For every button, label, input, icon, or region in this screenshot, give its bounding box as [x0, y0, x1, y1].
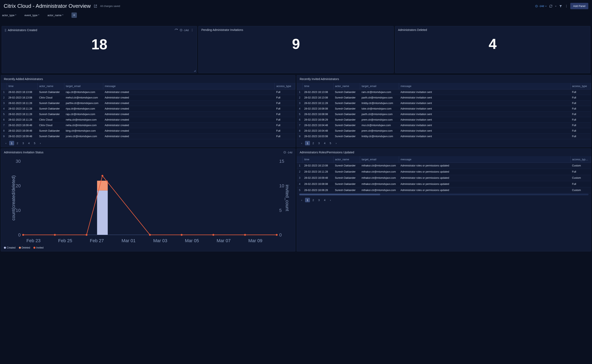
col-header[interactable]: access_type_before: [571, 156, 591, 163]
cell: Administrator invitation sent: [399, 90, 571, 95]
col-header[interactable]: actor_name: [333, 83, 360, 90]
chevron-down-icon[interactable]: [555, 5, 557, 7]
col-header[interactable]: [1, 83, 7, 90]
cell: 8: [1, 128, 7, 134]
pager-page[interactable]: 3: [21, 141, 26, 145]
cell: Administrator invitation sent: [399, 111, 571, 117]
table-row[interactable]: 528-02-2023 16:08:08Suresh Oaklanderpart…: [297, 111, 591, 117]
pager-added[interactable]: ‹12345›: [1, 139, 295, 147]
table-row[interactable]: 628-02-2023 16:11:28Citrix Cloudneha.ctr…: [1, 117, 295, 123]
filter-actor-type[interactable]: actor_type: [2, 14, 16, 17]
cell: Administrator created: [103, 95, 275, 101]
panel-time-range[interactable]: -14d: [283, 151, 292, 154]
col-header[interactable]: access_type: [275, 83, 295, 90]
pager-roles[interactable]: ‹1234›: [297, 196, 591, 204]
table-row[interactable]: 228-02-2023 16:13:08Citrix Cloudmehul.ct…: [1, 95, 295, 101]
resize-handle-icon[interactable]: ◢: [194, 69, 196, 72]
col-header[interactable]: target_email: [64, 83, 103, 90]
table-row[interactable]: 728-02-2023 16:04:48Suresh Oaklandermui.…: [297, 123, 591, 128]
pager-next[interactable]: ›: [334, 141, 339, 145]
filter-actor-name[interactable]: actor_name: [47, 14, 63, 17]
table-row[interactable]: 228-02-2023 16:13:08Suresh Oaklanderpart…: [297, 95, 591, 101]
pager-page[interactable]: 4: [322, 141, 327, 145]
cell: Administrator invitation sent: [399, 123, 571, 128]
table-row[interactable]: 328-02-2023 16:11:28Suresh Oaklanderpart…: [1, 101, 295, 106]
table-row[interactable]: 528-02-2023 16:06:28Suresh Oaklandermtha…: [297, 187, 591, 193]
col-header[interactable]: message: [399, 156, 571, 163]
pager-page[interactable]: 5: [328, 141, 333, 145]
pager-next[interactable]: ›: [38, 141, 43, 145]
table-row[interactable]: 528-02-2023 16:11:28Suresh Oaklanderraju…: [1, 111, 295, 117]
more-icon[interactable]: [190, 28, 194, 32]
add-filter-button[interactable]: +: [72, 13, 77, 18]
col-header[interactable]: time: [7, 83, 38, 90]
table-row[interactable]: 928-02-2023 16:03:08Suresh Oaklanderlmib…: [297, 134, 591, 139]
more-icon[interactable]: [565, 4, 568, 8]
col-header[interactable]: [297, 156, 303, 163]
cell: Administrator created: [103, 134, 275, 139]
time-range-picker[interactable]: -14d: [535, 5, 547, 7]
pager-next[interactable]: ›: [328, 198, 333, 202]
table-row[interactable]: 228-02-2023 16:11:28Suresh Oaklandermtha…: [297, 169, 591, 175]
cell: Full: [275, 134, 295, 139]
share-icon[interactable]: [94, 4, 97, 8]
table-row[interactable]: 428-02-2023 16:11:28Suresh Oaklanderriya…: [1, 106, 295, 111]
table-row[interactable]: 128-02-2023 16:13:08Suresh Oaklanderraju…: [1, 90, 295, 95]
refresh-icon[interactable]: [174, 28, 178, 32]
col-header[interactable]: target_email: [360, 156, 399, 163]
svg-text:Mar 03: Mar 03: [153, 238, 167, 243]
table-row[interactable]: 128-02-2023 16:13:08Suresh Oaklanderram.…: [297, 90, 591, 95]
table-row[interactable]: 128-02-2023 16:13:08Suresh Oaklandermtha…: [297, 163, 591, 169]
pager-invited[interactable]: ‹12345›: [297, 139, 591, 147]
add-panel-button[interactable]: Add Panel: [570, 3, 588, 9]
col-header[interactable]: actor_name: [333, 156, 360, 163]
table-row[interactable]: 628-02-2023 16:06:29Suresh Oaklanderprem…: [297, 117, 591, 123]
col-header[interactable]: access_type: [571, 83, 591, 90]
table-row[interactable]: 828-02-2023 16:09:48Suresh Oaklanderbing…: [1, 128, 295, 134]
table-row[interactable]: 428-02-2023 16:08:08Suresh Oaklandermtha…: [297, 181, 591, 187]
pager-page[interactable]: 2: [311, 141, 316, 145]
table-row[interactable]: 928-02-2023 16:09:48Suresh Oaklanderjone…: [1, 134, 295, 139]
col-header[interactable]: message: [103, 83, 275, 90]
pager-page[interactable]: 5: [32, 141, 37, 145]
svg-text:Mar 05: Mar 05: [185, 238, 199, 243]
col-header[interactable]: time: [303, 156, 333, 163]
col-header[interactable]: time: [303, 83, 333, 90]
cell: Suresh Oaklander: [333, 95, 360, 101]
table-row[interactable]: 328-02-2023 16:09:48Suresh Oaklandermtha…: [297, 175, 591, 181]
pager-page[interactable]: 3: [316, 141, 321, 145]
cell: neha.ctr@mtomdvjavv.com: [64, 117, 103, 123]
legend-created[interactable]: Created: [4, 246, 16, 249]
col-header[interactable]: actor_name: [38, 83, 64, 90]
cell: Suresh Oaklander: [38, 106, 64, 111]
legend-deleted[interactable]: Deleted: [19, 246, 30, 249]
pager-page[interactable]: 3: [316, 198, 321, 202]
table-row[interactable]: 428-02-2023 16:08:08Suresh Oaklanderluke…: [297, 106, 591, 111]
cell: 28-02-2023 16:13:08: [303, 95, 333, 101]
horizontal-scrollbar[interactable]: [299, 194, 589, 195]
pager-prev[interactable]: ‹: [299, 198, 304, 202]
pager-page[interactable]: 2: [15, 141, 20, 145]
filter-event-type[interactable]: event_type: [24, 14, 39, 17]
pager-page[interactable]: 1: [9, 141, 14, 145]
filter-icon[interactable]: [559, 4, 563, 8]
panel-recently-added: Recently Added Administrators timeactor_…: [1, 75, 295, 147]
pager-page[interactable]: 1: [305, 198, 310, 202]
cell: 1: [297, 90, 303, 95]
col-header[interactable]: target_email: [360, 83, 399, 90]
pager-prev[interactable]: ‹: [299, 141, 304, 145]
table-row[interactable]: 828-02-2023 16:04:48Suresh Oaklanderprem…: [297, 128, 591, 134]
pager-page[interactable]: 4: [26, 141, 31, 145]
panel-time-range[interactable]: -14d: [180, 29, 189, 32]
refresh-icon[interactable]: [549, 4, 553, 8]
table-row[interactable]: 728-02-2023 16:09:48Citrix Cloudneha.ctr…: [1, 123, 295, 128]
col-header[interactable]: message: [399, 83, 571, 90]
legend-invited[interactable]: Invited: [33, 246, 43, 249]
pager-page[interactable]: 4: [322, 198, 327, 202]
cell: Full: [571, 169, 591, 175]
pager-page[interactable]: 2: [311, 198, 316, 202]
pager-page[interactable]: 1: [305, 141, 310, 145]
table-row[interactable]: 328-02-2023 16:11:28Suresh Oaklanderlmib…: [297, 101, 591, 106]
pager-prev[interactable]: ‹: [3, 141, 8, 145]
col-header[interactable]: [297, 83, 303, 90]
